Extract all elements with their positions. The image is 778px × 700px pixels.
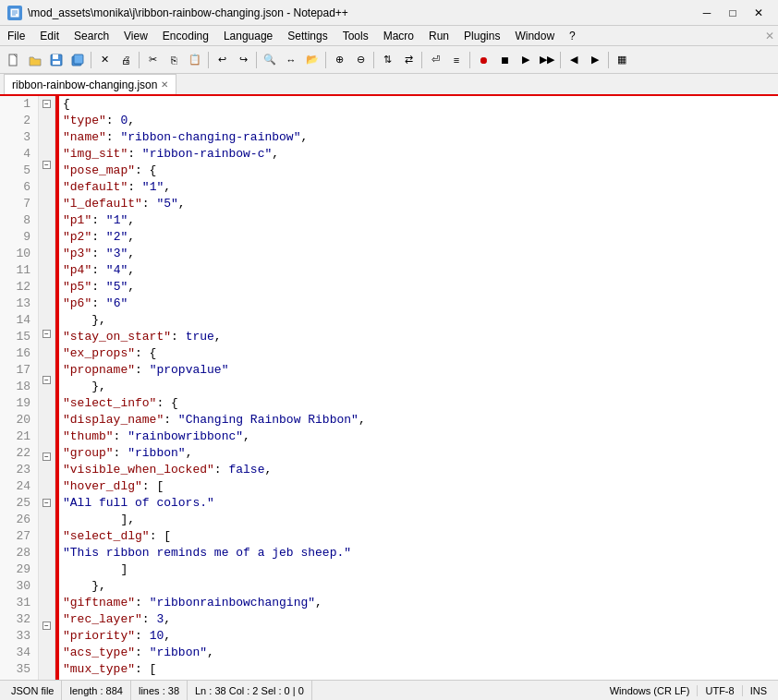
next-doc-button[interactable]: ▶ xyxy=(585,50,605,70)
code-line[interactable]: "rec_layer": 3, xyxy=(63,611,774,628)
playback-button[interactable]: ▶ xyxy=(516,50,536,70)
code-line[interactable]: "select_dlg": [ xyxy=(63,528,774,545)
replace-button[interactable]: ↔ xyxy=(281,50,301,70)
toolbar-sep-8 xyxy=(469,52,470,68)
code-line[interactable]: "type": 0, xyxy=(63,113,774,129)
playback-multi-button[interactable]: ▶▶ xyxy=(537,50,557,70)
code-line[interactable]: "hover_dlg": [ xyxy=(63,478,774,495)
menu-window[interactable]: Window xyxy=(507,26,562,45)
redo-button[interactable]: ↪ xyxy=(233,50,253,70)
fold-marker[interactable]: − xyxy=(43,330,51,338)
menu-language[interactable]: Language xyxy=(216,26,280,45)
gutter-row[interactable]: − xyxy=(39,326,55,342)
code-line[interactable]: "img_sit": "ribbon-rainbow-c", xyxy=(63,146,774,163)
gutter-row[interactable]: − xyxy=(39,618,55,634)
tab-close-icon[interactable]: ✕ xyxy=(161,79,168,90)
menu-file[interactable]: File xyxy=(0,26,32,45)
word-wrap-button[interactable]: ⏎ xyxy=(425,50,445,70)
code-line[interactable]: "mux_type": [ xyxy=(63,661,774,678)
code-line[interactable]: "l_default": "5", xyxy=(63,196,774,212)
code-line[interactable]: }, xyxy=(63,578,774,595)
code-line[interactable]: "p2": "2", xyxy=(63,229,774,246)
col-editor-button[interactable]: ▦ xyxy=(612,50,632,70)
close-button[interactable]: ✕ xyxy=(747,4,771,22)
code-line[interactable]: "propname": "propvalue" xyxy=(63,362,774,379)
minimize-button[interactable]: ─ xyxy=(695,4,719,22)
menu-search[interactable]: Search xyxy=(67,26,116,45)
close-doc-button[interactable]: ✕ xyxy=(94,50,115,70)
cut-button[interactable]: ✂ xyxy=(142,50,163,70)
code-line[interactable]: "p6": "6" xyxy=(63,296,774,312)
code-line[interactable]: "p5": "5", xyxy=(63,279,774,296)
code-line[interactable]: "stay_on_start": true, xyxy=(63,329,774,345)
gutter-row[interactable]: − xyxy=(39,372,55,388)
record-button[interactable]: ⏺ xyxy=(473,50,493,70)
code-line[interactable]: "name": "ribbon-changing-rainbow", xyxy=(63,129,774,146)
undo-button[interactable]: ↩ xyxy=(212,50,232,70)
code-line[interactable]: "p1": "1", xyxy=(63,212,774,229)
line-number: 32 xyxy=(7,611,30,628)
copy-button[interactable]: ⎘ xyxy=(164,50,184,70)
code-line[interactable]: ] xyxy=(63,561,774,578)
menu-plugins[interactable]: Plugins xyxy=(456,26,507,45)
paste-button[interactable]: 📋 xyxy=(185,50,205,70)
menu-tools[interactable]: Tools xyxy=(335,26,376,45)
indent-guide-button[interactable]: ≡ xyxy=(446,50,467,70)
save-all-button[interactable] xyxy=(67,50,88,70)
zoom-out-button[interactable]: ⊖ xyxy=(350,50,371,70)
code-line[interactable]: "group": "ribbon", xyxy=(63,445,774,462)
code-line[interactable]: ], xyxy=(63,512,774,528)
new-button[interactable] xyxy=(4,50,24,70)
menu-macro[interactable]: Macro xyxy=(376,26,421,45)
menu-edit[interactable]: Edit xyxy=(32,26,67,45)
code-line[interactable]: "default": "1", xyxy=(63,179,774,196)
menu-settings[interactable]: Settings xyxy=(280,26,334,45)
find-files-button[interactable]: 📂 xyxy=(302,50,322,70)
stop-record-button[interactable]: ⏹ xyxy=(494,50,515,70)
sync-scroll-h-button[interactable]: ⇄ xyxy=(398,50,419,70)
code-line[interactable]: }, xyxy=(63,379,774,395)
code-line[interactable]: }, xyxy=(63,312,774,329)
code-line[interactable]: "pose_map": { xyxy=(63,163,774,179)
filetype-status: JSON file xyxy=(4,681,62,700)
print-button[interactable]: 🖨 xyxy=(115,50,136,70)
code-line[interactable]: "visible_when_locked": false, xyxy=(63,462,774,478)
fold-marker[interactable]: − xyxy=(43,453,51,461)
code-line[interactable]: "giftname": "ribbonrainbowchanging", xyxy=(63,595,774,611)
fold-marker[interactable]: − xyxy=(43,161,51,169)
gutter-row[interactable]: − xyxy=(39,449,55,465)
code-line[interactable]: "This ribbon reminds me of a jeb sheep." xyxy=(63,545,774,561)
window-controls[interactable]: ─ □ ✕ xyxy=(695,4,771,22)
fold-marker[interactable]: − xyxy=(43,376,51,384)
maximize-button[interactable]: □ xyxy=(721,4,745,22)
code-line[interactable]: "priority": 10, xyxy=(63,628,774,645)
gutter-row[interactable]: − xyxy=(39,158,55,174)
gutter-row[interactable]: − xyxy=(39,96,55,112)
tab-ribbon-rainbow[interactable]: ribbon-rainbow-changing.json ✕ xyxy=(4,74,176,94)
menu-help[interactable]: ? xyxy=(562,26,583,45)
code-line[interactable]: "All full of colors." xyxy=(63,495,774,512)
fold-marker[interactable]: − xyxy=(43,499,51,507)
sync-scroll-v-button[interactable]: ⇅ xyxy=(377,50,397,70)
code-line[interactable]: "p4": "4", xyxy=(63,262,774,279)
menu-encoding[interactable]: Encoding xyxy=(155,26,216,45)
menu-run[interactable]: Run xyxy=(421,26,456,45)
gutter-row[interactable]: − xyxy=(39,495,55,511)
fold-marker[interactable]: − xyxy=(43,622,51,630)
code-line[interactable]: "thumb": "rainbowribbonc", xyxy=(63,428,774,445)
gutter-row xyxy=(39,511,55,526)
save-button[interactable] xyxy=(46,50,67,70)
open-button[interactable] xyxy=(25,50,45,70)
prev-doc-button[interactable]: ◀ xyxy=(564,50,584,70)
code-editor[interactable]: { "type": 0, "name": "ribbon-changing-ra… xyxy=(59,96,778,680)
menu-view[interactable]: View xyxy=(116,26,155,45)
fold-marker[interactable]: − xyxy=(43,100,51,108)
code-line[interactable]: { xyxy=(63,96,774,113)
code-line[interactable]: "display_name": "Changing Rainbow Ribbon… xyxy=(63,412,774,428)
code-line[interactable]: "p3": "3", xyxy=(63,246,774,262)
code-line[interactable]: "acs_type": "ribbon", xyxy=(63,645,774,661)
code-line[interactable]: "select_info": { xyxy=(63,395,774,412)
find-button[interactable]: 🔍 xyxy=(260,50,280,70)
code-line[interactable]: "ex_props": { xyxy=(63,345,774,362)
zoom-in-button[interactable]: ⊕ xyxy=(329,50,349,70)
